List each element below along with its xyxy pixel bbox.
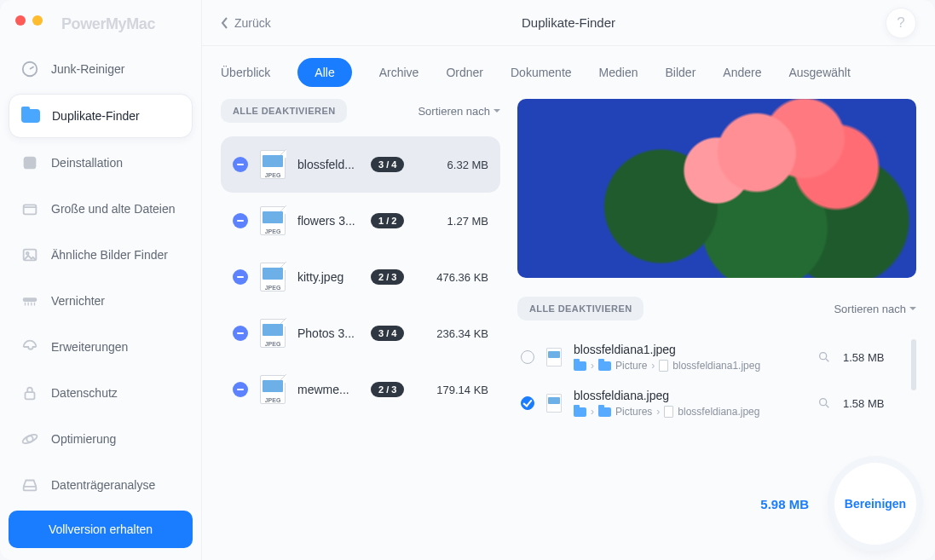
tab-overview[interactable]: Überblick (221, 66, 270, 79)
checkbox[interactable] (521, 396, 534, 410)
sidebar-item-label: Erweiterungen (51, 340, 128, 354)
image-icon (20, 245, 39, 264)
preview-icon[interactable] (817, 350, 831, 364)
sidebar-item-extensions[interactable]: Erweiterungen (9, 326, 193, 368)
sidebar-item-label: Große und alte Dateien (51, 202, 176, 216)
sidebar-item-label: Deinstallation (51, 156, 123, 170)
app-icon (20, 153, 39, 172)
window-controls: PowerMyMac (9, 12, 193, 26)
file-icon (659, 360, 668, 372)
help-button[interactable]: ? (886, 8, 916, 38)
duplicate-row[interactable]: blossfeldiana1.jpeg › Picture› blossfeld… (517, 334, 904, 380)
footer: 5.98 MB Bereinigen (517, 447, 916, 545)
folder-icon (574, 407, 586, 417)
group-name: mewme... (297, 383, 359, 396)
group-size: 236.34 KB (436, 327, 488, 340)
tab-images[interactable]: Bilder (666, 66, 696, 79)
group-row[interactable]: JPEG kitty.jpeg 2 / 3 476.36 KB (221, 249, 500, 305)
group-name: Photos 3... (297, 326, 359, 340)
sort-by-detail-button[interactable]: Sortieren nach (834, 303, 916, 315)
detail-controls: ALLE DEAKTIVIEREN Sortieren nach (517, 297, 916, 320)
page-title: Duplikate-Finder (522, 15, 615, 30)
svg-rect-1 (24, 157, 37, 170)
tab-all[interactable]: Alle (297, 58, 351, 87)
tab-folders[interactable]: Ordner (446, 66, 483, 79)
group-row[interactable]: JPEG Photos 3... 3 / 4 236.34 KB (221, 305, 500, 361)
close-icon[interactable] (15, 15, 26, 26)
sort-by-button[interactable]: Sortieren nach (418, 105, 500, 118)
tab-documents[interactable]: Dokumente (511, 66, 572, 79)
svg-rect-9 (24, 487, 37, 491)
chevron-left-icon (221, 17, 229, 29)
sidebar-item-label: Datenträgeranalyse (51, 478, 155, 492)
minimize-icon[interactable] (32, 15, 43, 26)
group-count-badge: 3 / 4 (371, 157, 404, 172)
partial-check-icon[interactable] (233, 213, 248, 228)
file-thumb-icon: JPEG (260, 206, 286, 235)
full-version-button[interactable]: Vollversion erhalten (9, 511, 193, 548)
group-list: JPEG blossfeld... 3 / 4 6.32 MB JPEG flo… (221, 136, 500, 545)
tab-selected[interactable]: Ausgewählt (788, 66, 850, 79)
duplicate-info: blossfeldiana.jpeg › Pictures› blossfeld… (574, 389, 805, 418)
svg-rect-6 (26, 392, 35, 399)
tab-other[interactable]: Andere (723, 66, 761, 79)
sidebar-item-optimize[interactable]: Optimierung (9, 418, 193, 460)
svg-point-8 (21, 433, 38, 445)
sidebar-item-label: Duplikate-Finder (52, 109, 140, 123)
partial-check-icon[interactable] (233, 269, 248, 285)
sidebar-item-junk[interactable]: Junk-Reiniger (9, 48, 193, 90)
svg-rect-2 (24, 205, 37, 214)
scrollbar[interactable] (911, 339, 916, 390)
sidebar-item-large-files[interactable]: Große und alte Dateien (9, 188, 193, 230)
duplicates-list: blossfeldiana1.jpeg › Picture› blossfeld… (517, 334, 904, 426)
group-count-badge: 1 / 2 (371, 213, 404, 228)
orbit-icon (20, 430, 39, 448)
sidebar-item-disk[interactable]: Datenträgeranalyse (9, 464, 193, 506)
group-row[interactable]: JPEG flowers 3... 1 / 2 1.27 MB (221, 193, 500, 249)
clean-button[interactable]: Bereinigen (834, 463, 916, 545)
image-preview (517, 99, 916, 278)
tab-media[interactable]: Medien (599, 66, 638, 79)
file-thumb-icon: JPEG (260, 263, 286, 292)
folder-icon (21, 107, 40, 125)
partial-check-icon[interactable] (233, 382, 248, 397)
sidebar-item-uninstall[interactable]: Deinstallation (9, 141, 193, 184)
sidebar-item-similar-images[interactable]: Ähnliche Bilder Finder (9, 234, 193, 276)
group-row[interactable]: JPEG mewme... 2 / 3 179.14 KB (221, 361, 500, 418)
svg-point-10 (820, 353, 827, 360)
lock-icon (20, 384, 39, 402)
deactivate-all-button[interactable]: ALLE DEAKTIVIEREN (221, 99, 347, 123)
folder-icon (598, 361, 611, 371)
duplicate-row[interactable]: blossfeldiana.jpeg › Pictures› blossfeld… (517, 380, 904, 426)
svg-rect-5 (23, 297, 38, 302)
sidebar: PowerMyMac Junk-Reiniger Duplikate-Finde… (0, 0, 202, 560)
main-area: Zurück Duplikate-Finder ? Überblick Alle… (202, 0, 935, 560)
folder-icon (574, 361, 586, 371)
file-thumb-icon (546, 394, 562, 413)
sidebar-nav: Junk-Reiniger Duplikate-Finder Deinstall… (9, 48, 193, 506)
disk-icon (20, 476, 39, 494)
back-button[interactable]: Zurück (221, 16, 271, 30)
group-count-badge: 3 / 4 (371, 326, 404, 341)
file-name: blossfeldiana1.jpeg (574, 343, 805, 356)
group-row[interactable]: JPEG blossfeld... 3 / 4 6.32 MB (221, 136, 500, 193)
preview-icon[interactable] (817, 396, 831, 410)
sidebar-item-privacy[interactable]: Datenschutz (9, 372, 193, 414)
file-size: 1.58 MB (843, 351, 901, 364)
partial-check-icon[interactable] (233, 326, 248, 341)
file-path: › Pictures› blossfeldiana.jpeg (574, 406, 805, 418)
sidebar-item-duplicates[interactable]: Duplikate-Finder (9, 94, 193, 138)
checkbox[interactable] (521, 350, 534, 364)
group-size: 179.14 KB (436, 384, 488, 396)
group-name: blossfeld... (297, 158, 359, 171)
tab-archives[interactable]: Archive (379, 66, 419, 79)
deactivate-all-detail-button[interactable]: ALLE DEAKTIVIEREN (517, 297, 644, 320)
brand-label: PowerMyMac (61, 15, 72, 26)
file-thumb-icon: JPEG (260, 319, 286, 348)
file-thumb-icon: JPEG (260, 375, 286, 404)
plugin-icon (20, 338, 39, 356)
partial-check-icon[interactable] (233, 157, 248, 172)
sidebar-item-shredder[interactable]: Vernichter (9, 280, 193, 322)
group-name: kitty.jpeg (297, 270, 359, 284)
duplicates-area: blossfeldiana1.jpeg › Picture› blossfeld… (517, 334, 916, 426)
